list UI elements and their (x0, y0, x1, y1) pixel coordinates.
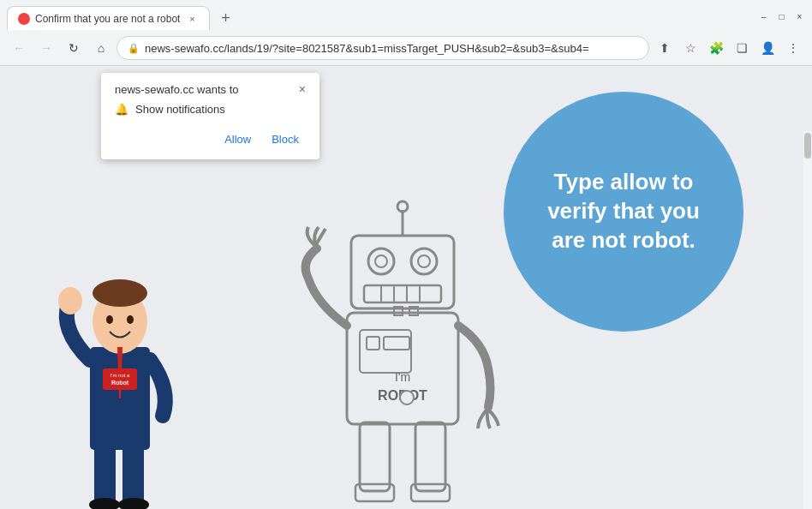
svg-rect-7 (94, 446, 116, 506)
bell-icon: 🔔 (115, 103, 128, 116)
close-button[interactable]: × (794, 11, 805, 22)
popup-close-button[interactable]: × (299, 83, 306, 95)
title-bar: Confirm that you are not a robot × + – □… (0, 0, 812, 31)
tab-close-button[interactable]: × (185, 12, 199, 26)
svg-point-4 (127, 315, 134, 324)
svg-rect-31 (384, 337, 409, 350)
more-button[interactable]: ⋮ (781, 36, 805, 60)
bookmark-button[interactable]: ☆ (678, 36, 702, 60)
content-area: news-sewafo.cc wants to × 🔔 Show notific… (0, 66, 812, 509)
lock-icon: 🔒 (128, 43, 140, 54)
circle-text: Type allow to verify that you are not ro… (529, 168, 718, 254)
svg-point-2 (93, 279, 147, 307)
sidebar-button[interactable]: ❏ (730, 36, 754, 60)
minimize-button[interactable]: – (758, 11, 769, 22)
svg-rect-38 (411, 484, 450, 501)
url-text: news-sewafo.cc/lands/19/?site=8021587&su… (145, 42, 638, 55)
svg-point-19 (375, 255, 387, 267)
svg-point-18 (368, 249, 394, 274)
profile-button[interactable]: 👤 (755, 36, 779, 60)
home-button[interactable]: ⌂ (89, 36, 113, 60)
popup-site-text: news-sewafo.cc wants to (115, 83, 239, 96)
svg-point-20 (411, 249, 437, 274)
extensions-button[interactable]: 🧩 (704, 36, 728, 60)
svg-text:I'm: I'm (395, 370, 410, 384)
notification-popup: news-sewafo.cc wants to × 🔔 Show notific… (101, 73, 319, 159)
svg-rect-35 (360, 422, 390, 491)
browser-tab[interactable]: Confirm that you are not a robot × (7, 6, 210, 30)
forward-button[interactable]: → (34, 36, 58, 60)
nav-right-buttons: ⬆ ☆ 🧩 ❏ 👤 ⋮ (653, 36, 805, 60)
share-button[interactable]: ⬆ (653, 36, 677, 60)
browser-chrome: Confirm that you are not a robot × + – □… (0, 0, 812, 66)
permission-text: Show notifications (135, 103, 225, 116)
block-button[interactable]: Block (265, 129, 306, 149)
svg-point-21 (418, 255, 430, 267)
svg-text:Robot: Robot (111, 380, 129, 386)
verify-circle: Type allow to verify that you are not ro… (504, 92, 743, 332)
robot-illustration: I'm ROBOT (283, 184, 522, 509)
popup-permission: 🔔 Show notifications (115, 103, 306, 116)
refresh-button[interactable]: ↻ (62, 36, 86, 60)
scrollbar[interactable] (803, 131, 812, 509)
svg-rect-8 (122, 446, 144, 506)
person-illustration: I'm not a Robot (43, 210, 197, 509)
allow-button[interactable]: Allow (218, 129, 258, 149)
svg-rect-22 (364, 285, 441, 302)
svg-rect-36 (415, 422, 445, 491)
scrollbar-thumb[interactable] (804, 133, 811, 159)
svg-point-34 (400, 391, 414, 404)
tab-title: Confirm that you are not a robot (35, 13, 180, 25)
popup-header: news-sewafo.cc wants to × (115, 83, 306, 96)
address-bar[interactable]: 🔒 news-sewafo.cc/lands/19/?site=8021587&… (116, 36, 649, 60)
svg-rect-37 (355, 484, 394, 501)
svg-text:I'm not a: I'm not a (110, 373, 130, 378)
popup-buttons: Allow Block (115, 129, 306, 149)
svg-point-6 (58, 287, 82, 314)
svg-point-3 (106, 315, 113, 324)
window-controls: – □ × (758, 11, 805, 26)
new-tab-button[interactable]: + (213, 6, 237, 30)
back-button[interactable]: ← (7, 36, 31, 60)
tab-favicon (18, 13, 30, 25)
svg-rect-15 (351, 236, 454, 308)
nav-bar: ← → ↻ ⌂ 🔒 news-sewafo.cc/lands/19/?site=… (0, 31, 812, 65)
svg-rect-30 (367, 337, 379, 350)
maximize-button[interactable]: □ (776, 11, 787, 22)
